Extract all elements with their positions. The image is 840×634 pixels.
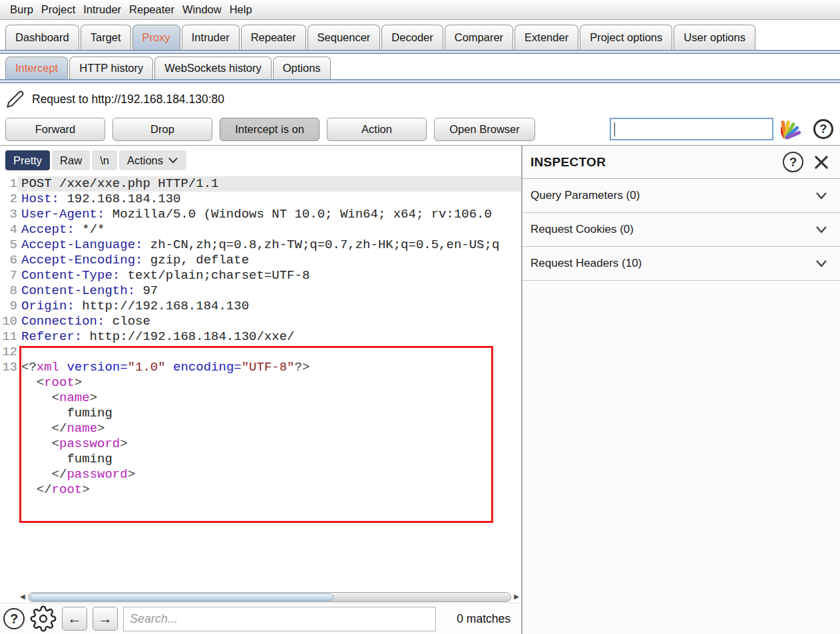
scrollbar-thumb[interactable] xyxy=(30,593,333,601)
code-line: </name> xyxy=(0,421,521,436)
request-editor[interactable]: 1POST /xxe/xxe.php HTTP/1.12Host: 192.16… xyxy=(0,176,521,591)
section-label: Request Headers (10) xyxy=(530,257,642,270)
code-line: 1POST /xxe/xxe.php HTTP/1.1 xyxy=(0,176,521,192)
code-line: 8Content-Length: 97 xyxy=(0,283,521,299)
line-content: Accept-Language: zh-CN,zh;q=0.8,zh-TW;q=… xyxy=(17,238,499,253)
chevron-down-icon xyxy=(813,223,830,236)
code-line: fuming xyxy=(0,452,521,467)
line-number: 13 xyxy=(0,360,17,375)
line-number: 9 xyxy=(0,299,17,314)
tab-proxy[interactable]: Proxy xyxy=(132,25,180,50)
line-content: fuming xyxy=(17,452,112,467)
close-icon[interactable] xyxy=(812,153,831,172)
search-prev-button[interactable]: ← xyxy=(62,607,87,631)
request-banner: Request to http://192.168.184.130:80 xyxy=(0,84,840,114)
inspector-header: INSPECTOR ? xyxy=(523,146,840,179)
code-line: 4Accept: */* xyxy=(0,222,521,238)
line-number: 1 xyxy=(0,176,17,192)
line-number xyxy=(0,482,17,498)
line-content: Referer: http://192.168.184.130/xxe/ xyxy=(17,329,294,345)
code-line: 3User-Agent: Mozilla/5.0 (Windows NT 10.… xyxy=(0,207,521,222)
menu-item-window[interactable]: Window xyxy=(178,3,226,16)
request-editor-panel: PrettyRaw\nActions 1POST /xxe/xxe.php HT… xyxy=(0,146,521,634)
code-line: </root> xyxy=(0,482,521,498)
section-label: Query Parameters (0) xyxy=(530,189,640,202)
line-number: 8 xyxy=(0,283,17,299)
line-number: 11 xyxy=(0,329,17,345)
main-tab-bar: DashboardTargetProxyIntruderRepeaterSequ… xyxy=(0,21,840,54)
line-number xyxy=(0,391,17,406)
code-line: 5Accept-Language: zh-CN,zh;q=0.8,zh-TW;q… xyxy=(0,238,521,253)
inspector-section-request-headers-10[interactable]: Request Headers (10) xyxy=(523,247,840,281)
tab-comparer[interactable]: Comparer xyxy=(445,25,513,50)
line-content: Accept: */* xyxy=(17,222,105,238)
line-content: POST /xxe/xxe.php HTTP/1.1 xyxy=(17,176,521,192)
tab-intruder[interactable]: Intruder xyxy=(182,25,240,50)
line-content: fuming xyxy=(17,406,112,421)
tab-extender[interactable]: Extender xyxy=(515,25,578,50)
tab-sequencer[interactable]: Sequencer xyxy=(308,25,381,50)
code-line: 11Referer: http://192.168.184.130/xxe/ xyxy=(0,329,521,345)
vtab-raw[interactable]: Raw xyxy=(52,150,90,170)
forward-button[interactable]: Forward xyxy=(5,118,105,141)
intercept-toggle-button[interactable]: Intercept is on xyxy=(220,118,319,141)
subtab-websockets-history[interactable]: WebSockets history xyxy=(154,57,272,79)
chevron-down-icon xyxy=(813,189,830,202)
line-content: Connection: close xyxy=(17,314,150,329)
menu-item-burp[interactable]: Burp xyxy=(6,3,37,16)
menu-item-intruder[interactable]: Intruder xyxy=(79,3,125,16)
tab-underline xyxy=(0,79,840,83)
line-number: 10 xyxy=(0,314,17,329)
menu-item-help[interactable]: Help xyxy=(226,3,256,16)
line-content: Content-Type: text/plain;charset=UTF-8 xyxy=(17,268,310,283)
line-content: User-Agent: Mozilla/5.0 (Windows NT 10.0… xyxy=(17,207,492,222)
tab-target[interactable]: Target xyxy=(81,25,131,50)
menu-item-project[interactable]: Project xyxy=(37,3,79,16)
inspector-section-request-cookies-0[interactable]: Request Cookies (0) xyxy=(523,213,840,247)
pencil-icon xyxy=(6,90,25,108)
search-next-button[interactable]: → xyxy=(93,607,118,631)
open-browser-button[interactable]: Open Browser xyxy=(434,118,535,141)
code-line: 2Host: 192.168.184.130 xyxy=(0,192,521,207)
line-content: <password> xyxy=(17,436,128,452)
scrollbar-track[interactable] xyxy=(28,592,512,602)
code-line: 9Origin: http://192.168.184.130 xyxy=(0,299,521,314)
tab-project-options[interactable]: Project options xyxy=(580,25,672,50)
code-line: 7Content-Type: text/plain;charset=UTF-8 xyxy=(0,268,521,283)
subtab-intercept[interactable]: Intercept xyxy=(5,57,68,79)
request-banner-text: Request to http://192.168.184.130:80 xyxy=(32,92,224,106)
line-content xyxy=(17,345,21,360)
vtab-pretty[interactable]: Pretty xyxy=(5,150,50,170)
line-number: 7 xyxy=(0,268,17,283)
drop-button[interactable]: Drop xyxy=(112,118,212,141)
tab-decoder[interactable]: Decoder xyxy=(381,25,443,50)
subtab-options[interactable]: Options xyxy=(273,57,331,79)
line-content: <?xml version="1.0" encoding="UTF-8"?> xyxy=(17,360,310,375)
top-search-input[interactable] xyxy=(610,118,773,140)
help-icon[interactable]: ? xyxy=(783,152,803,172)
tab-repeater[interactable]: Repeater xyxy=(241,25,306,50)
code-line: <root> xyxy=(0,375,521,391)
vtab-actions[interactable]: Actions xyxy=(119,150,186,170)
menu-item-repeater[interactable]: Repeater xyxy=(125,3,178,16)
scroll-left-arrow[interactable]: ◀ xyxy=(20,593,25,600)
line-number: 5 xyxy=(0,238,17,253)
scroll-right-arrow[interactable]: ▶ xyxy=(514,593,519,600)
gear-icon[interactable] xyxy=(30,605,57,632)
inspector-section-query-parameters-0[interactable]: Query Parameters (0) xyxy=(523,179,840,213)
action-button[interactable]: Action xyxy=(327,118,427,141)
subtab-http-history[interactable]: HTTP history xyxy=(69,57,153,79)
editor-search-input[interactable] xyxy=(123,607,436,631)
rainbow-fan-icon[interactable] xyxy=(781,116,806,142)
line-content: </root> xyxy=(17,482,90,498)
line-number: 2 xyxy=(0,192,17,207)
vtab-newline[interactable]: \n xyxy=(92,150,117,170)
help-icon[interactable]: ? xyxy=(813,119,833,139)
line-number: 4 xyxy=(0,222,17,238)
help-icon[interactable]: ? xyxy=(3,608,25,629)
main-area: PrettyRaw\nActions 1POST /xxe/xxe.php HT… xyxy=(0,146,840,634)
tab-user-options[interactable]: User options xyxy=(674,25,755,50)
line-number: 6 xyxy=(0,253,17,268)
match-count: 0 matches xyxy=(457,612,515,626)
tab-dashboard[interactable]: Dashboard xyxy=(5,25,79,50)
